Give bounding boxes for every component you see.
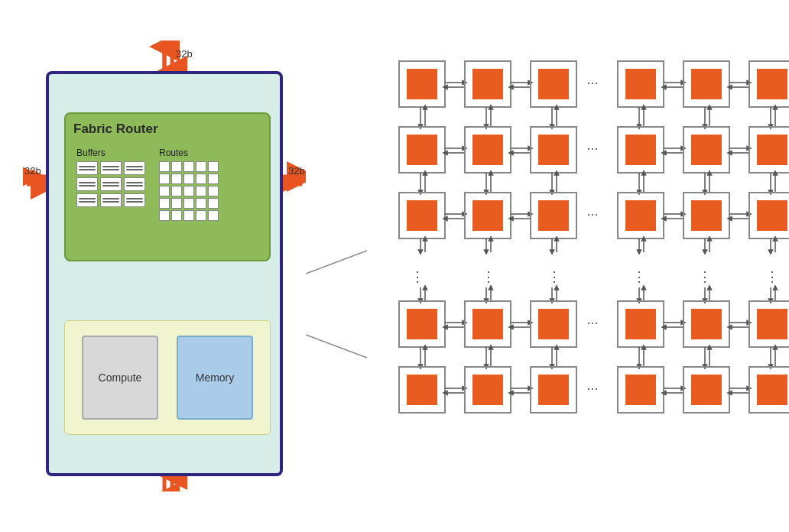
svg-text:···: ···	[586, 315, 598, 330]
memory-label: Memory	[196, 371, 235, 384]
svg-rect-98	[407, 375, 437, 405]
buffer-cell	[76, 177, 98, 191]
node-diagram: 32b 32b 32b 32b 32b Fabric Router Buffer…	[23, 41, 306, 491]
main-container: 32b 32b 32b 32b 32b Fabric Router Buffer…	[0, 0, 789, 532]
routes-section: Routes	[159, 148, 219, 221]
svg-text:⋮: ⋮	[765, 269, 779, 284]
svg-rect-174	[691, 309, 722, 339]
svg-text:···: ···	[586, 141, 598, 156]
svg-text:⋮: ⋮	[482, 269, 495, 284]
svg-rect-170	[625, 309, 656, 339]
svg-text:⋮: ⋮	[698, 269, 712, 284]
fabric-router-title: Fabric Router	[73, 122, 261, 137]
svg-rect-145	[625, 200, 656, 231]
svg-rect-29	[472, 69, 503, 99]
compute-label: Compute	[99, 371, 142, 384]
node-grid-svg: ⋮ ⋮ ⋮	[382, 44, 789, 488]
svg-rect-149	[691, 200, 722, 231]
svg-text:···: ···	[586, 206, 598, 222]
svg-text:···: ···	[586, 381, 598, 396]
compute-box: Compute	[82, 336, 158, 420]
grid-area: ⋮ ⋮ ⋮	[367, 15, 789, 517]
buffer-cell	[124, 161, 145, 175]
routes-label: Routes	[159, 148, 188, 158]
buffer-cell	[100, 161, 122, 175]
svg-rect-49	[538, 135, 569, 165]
svg-rect-117	[691, 69, 722, 99]
connector-lines	[306, 228, 367, 381]
buffer-grid	[76, 161, 145, 207]
buffer-cell	[124, 177, 145, 191]
outer-box: Fabric Router Buffers	[46, 71, 283, 476]
svg-rect-113	[625, 69, 656, 99]
svg-rect-153	[757, 200, 787, 231]
svg-rect-129	[625, 135, 656, 165]
router-internals: Buffers	[73, 143, 261, 225]
svg-line-21	[306, 335, 367, 358]
svg-line-20	[306, 251, 367, 274]
svg-rect-186	[625, 375, 656, 405]
svg-rect-178	[757, 309, 787, 339]
buffer-cell	[76, 161, 98, 175]
svg-rect-194	[757, 375, 787, 405]
svg-rect-86	[472, 309, 503, 339]
buffer-cell	[100, 177, 122, 191]
svg-rect-61	[472, 200, 503, 231]
svg-rect-41	[407, 135, 437, 165]
svg-rect-57	[407, 200, 437, 231]
compute-memory-area: Compute Memory	[64, 320, 271, 435]
svg-text:⋮: ⋮	[411, 269, 424, 284]
buffer-cell	[124, 193, 145, 207]
svg-rect-106	[538, 375, 569, 405]
memory-box: Memory	[177, 336, 253, 420]
svg-text:⋮: ⋮	[547, 269, 561, 284]
buffer-cell	[100, 193, 122, 207]
svg-rect-25	[407, 69, 437, 99]
fabric-router-box: Fabric Router Buffers	[64, 112, 271, 261]
svg-rect-102	[472, 375, 503, 405]
svg-rect-121	[757, 69, 787, 99]
svg-text:32b: 32b	[176, 48, 193, 60]
svg-rect-90	[538, 309, 569, 339]
route-grid	[159, 161, 219, 221]
svg-rect-82	[407, 309, 437, 339]
buffer-cell	[76, 193, 98, 207]
svg-text:···: ···	[586, 75, 598, 90]
svg-rect-190	[691, 375, 722, 405]
svg-text:⋮: ⋮	[632, 269, 646, 284]
buffers-label: Buffers	[76, 148, 106, 158]
svg-rect-133	[691, 135, 722, 165]
svg-rect-33	[538, 69, 569, 99]
svg-rect-45	[472, 135, 503, 165]
svg-text:32b: 32b	[24, 165, 41, 177]
buffers-section: Buffers	[76, 148, 145, 221]
svg-rect-65	[538, 200, 569, 231]
svg-text:32b: 32b	[288, 165, 305, 177]
svg-rect-137	[757, 135, 787, 165]
